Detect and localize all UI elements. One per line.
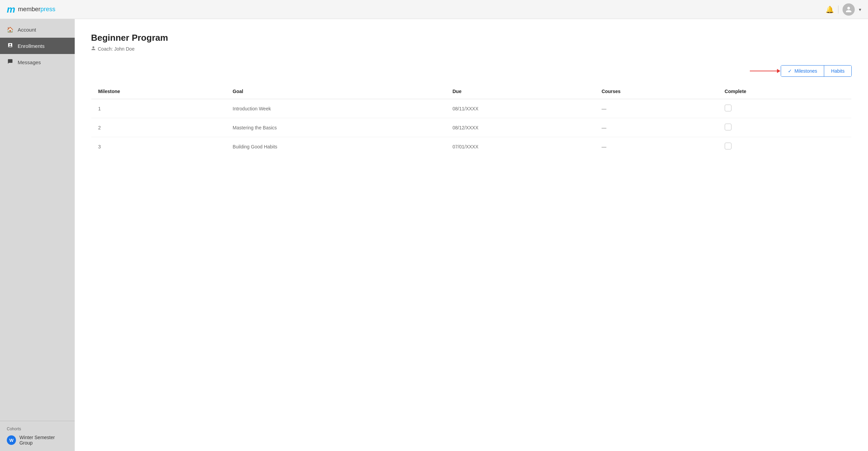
main-content: Beginner Program Coach: John Doe ✓ Miles… [75,19,868,451]
chevron-down-icon[interactable]: ▾ [859,7,861,12]
complete-checkbox[interactable] [725,105,731,111]
milestones-table: Milestone Goal Due Courses Complete 1 In… [91,84,852,156]
cell-due: 08/12/XXXX [446,118,595,137]
sidebar-item-account[interactable]: 🏠 Account [0,22,75,38]
col-header-complete: Complete [718,84,852,99]
cell-goal: Introduction Week [226,99,446,118]
cell-courses: — [595,99,718,118]
logo: m memberpress [7,4,55,15]
tab-bar: ✓ Milestones Habits [91,65,852,77]
page-title: Beginner Program [91,33,852,43]
cell-due: 07/01/XXXX [446,137,595,156]
sidebar-footer: Cohorts W Winter Semester Group [0,421,75,451]
cell-milestone: 2 [91,118,226,137]
col-header-due: Due [446,84,595,99]
sidebar-item-account-label: Account [18,27,36,33]
bell-icon[interactable]: 🔔 [826,5,834,14]
cell-complete [718,137,852,156]
tab-milestones[interactable]: ✓ Milestones [781,66,825,76]
col-header-goal: Goal [226,84,446,99]
table-row: 2 Mastering the Basics 08/12/XXXX — [91,118,852,137]
arrow-indicator [750,69,780,73]
logo-text: memberpress [18,6,55,13]
coach-label: Coach: John Doe [98,46,134,52]
cohort-name: Winter Semester Group [19,435,68,446]
cell-goal: Building Good Habits [226,137,446,156]
logo-icon: m [7,4,15,15]
col-header-courses: Courses [595,84,718,99]
sidebar-item-messages[interactable]: Messages [0,54,75,70]
messages-icon [7,59,14,66]
complete-checkbox[interactable] [725,143,731,149]
coach-info: Coach: John Doe [91,46,852,52]
table-row: 1 Introduction Week 08/11/XXXX — [91,99,852,118]
cell-due: 08/11/XXXX [446,99,595,118]
cell-courses: — [595,118,718,137]
sidebar: 🏠 Account Enrollments Messages Cohorts W… [0,19,75,451]
layout: 🏠 Account Enrollments Messages Cohorts W… [0,19,868,451]
app-header: m memberpress 🔔 ▾ [0,0,868,19]
coach-icon [91,46,96,52]
arrow-head [777,69,780,73]
arrow-line [750,71,777,71]
cell-complete [718,99,852,118]
avatar[interactable] [843,3,855,16]
cell-courses: — [595,137,718,156]
enrollments-icon [7,42,14,49]
cell-milestone: 3 [91,137,226,156]
cohort-avatar: W [7,435,16,445]
table-row: 3 Building Good Habits 07/01/XXXX — [91,137,852,156]
sidebar-item-enrollments[interactable]: Enrollments [0,38,75,54]
sidebar-nav: 🏠 Account Enrollments Messages [0,22,75,421]
tabs: ✓ Milestones Habits [781,65,852,77]
home-icon: 🏠 [7,26,14,33]
cell-milestone: 1 [91,99,226,118]
sidebar-item-messages-label: Messages [18,59,41,65]
col-header-milestone: Milestone [91,84,226,99]
complete-checkbox[interactable] [725,124,731,130]
cohort-item[interactable]: W Winter Semester Group [7,435,68,446]
header-divider [838,5,838,14]
cohorts-label: Cohorts [7,427,68,431]
header-right: 🔔 ▾ [826,3,861,16]
check-icon: ✓ [788,68,792,74]
cell-goal: Mastering the Basics [226,118,446,137]
sidebar-item-enrollments-label: Enrollments [18,43,44,49]
tab-habits[interactable]: Habits [824,66,851,76]
cell-complete [718,118,852,137]
